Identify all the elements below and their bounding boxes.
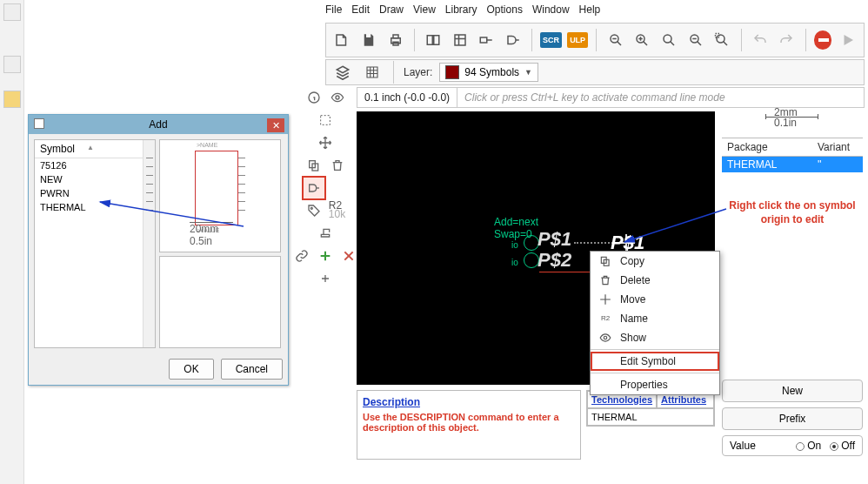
book-icon[interactable] <box>423 29 444 51</box>
copy-icon <box>598 255 613 267</box>
command-line[interactable]: Click or press Ctrl+L key to activate co… <box>457 91 864 104</box>
schematic-icon[interactable] <box>476 29 497 51</box>
menu-file[interactable]: File <box>325 3 342 16</box>
scrollbar[interactable] <box>143 140 155 347</box>
toolbar-separator <box>596 29 597 51</box>
description-heading[interactable]: Description <box>363 396 420 408</box>
ulp-button[interactable]: ULP <box>567 32 589 48</box>
variant-col[interactable]: Variant <box>812 138 863 156</box>
menu-bar: File Edit Draw View Library Options Wind… <box>325 3 600 16</box>
move-icon[interactable] <box>315 132 336 153</box>
context-menu: Copy Delete Move R2 Name Show Edit Symbo… <box>590 251 720 395</box>
undo-icon[interactable] <box>749 29 771 51</box>
copy-icon[interactable] <box>304 155 324 176</box>
new-button[interactable]: New <box>722 380 863 402</box>
layers-icon[interactable] <box>331 61 354 84</box>
value-label: Value <box>730 440 756 452</box>
ctx-delete[interactable]: Delete <box>591 271 719 290</box>
cancel-button[interactable]: Cancel <box>221 359 283 380</box>
list-item[interactable]: 75126 <box>35 158 155 172</box>
ctx-copy-label: Copy <box>620 255 644 267</box>
run-icon[interactable] <box>837 29 858 51</box>
package-row-selected[interactable]: THERMAL '' <box>722 157 863 172</box>
list-item[interactable]: PWRN <box>35 186 155 200</box>
plus-icon[interactable] <box>315 245 336 266</box>
zoom-fit-icon[interactable] <box>658 29 680 51</box>
ctx-edit-label: Edit Symbol <box>620 355 676 367</box>
value-on-radio[interactable] <box>796 442 805 451</box>
value-on-label: On <box>807 440 821 452</box>
menu-window[interactable]: Window <box>532 3 570 16</box>
annotation-note: Right click the on symbol origin to edit <box>722 198 863 226</box>
ruler: 2mm 0.1in <box>722 111 863 138</box>
coordinates: 0.1 inch (-0.0 -0.0) <box>357 88 457 107</box>
menu-draw[interactable]: Draw <box>379 3 404 16</box>
menu-library[interactable]: Library <box>445 3 477 16</box>
zoom-redraw-icon[interactable] <box>684 29 706 51</box>
menu-options[interactable]: Options <box>487 3 523 16</box>
ctx-show-label: Show <box>620 332 646 344</box>
layer-select[interactable]: 94 Symbols ▼ <box>439 63 538 82</box>
canvas-pin-name: P$1 <box>537 228 571 251</box>
layer-toolbar: Layer: 94 Symbols ▼ <box>325 59 865 85</box>
zoom-in-icon[interactable] <box>631 29 653 51</box>
trash-icon[interactable] <box>327 155 348 176</box>
redo-icon[interactable] <box>776 29 798 51</box>
scr-button[interactable]: SCR <box>540 32 562 48</box>
manage-icon[interactable] <box>450 29 471 51</box>
gutter-block <box>3 56 21 73</box>
ok-button[interactable]: OK <box>169 359 213 380</box>
zoom-out-icon[interactable] <box>604 29 626 51</box>
package-col[interactable]: Package <box>722 138 812 156</box>
canvas-add-label: Add=next <box>494 216 538 228</box>
gutter-block <box>3 91 21 108</box>
svg-point-12 <box>336 96 339 99</box>
ctx-properties[interactable]: Properties <box>591 375 719 394</box>
value-toggle: Value On Off <box>722 435 863 456</box>
save-icon[interactable] <box>358 29 380 51</box>
value-off-radio[interactable] <box>830 442 838 451</box>
symbol-list-header[interactable]: Symbol▲ <box>35 140 155 158</box>
select-icon[interactable] <box>315 110 336 131</box>
dialog-icon <box>34 118 44 129</box>
plus-small-icon[interactable] <box>315 268 336 289</box>
add-part-icon[interactable] <box>304 178 324 198</box>
name-tool-icon[interactable]: R210k <box>327 200 348 221</box>
menu-edit[interactable]: Edit <box>351 3 370 16</box>
eye-icon[interactable] <box>327 87 348 108</box>
dialog-titlebar[interactable]: Add ✕ <box>29 115 288 134</box>
info-icon[interactable] <box>304 87 324 108</box>
move-icon <box>598 293 613 306</box>
symbol-list[interactable]: Symbol▲ 75126 NEW PWRN THERMAL <box>34 139 156 348</box>
menu-help[interactable]: Help <box>579 3 601 16</box>
ctx-copy[interactable]: Copy <box>591 252 719 271</box>
ctx-move-label: Move <box>620 293 645 306</box>
ctx-move[interactable]: Move <box>591 290 719 309</box>
open-icon[interactable] <box>331 29 353 51</box>
preview-ruler: 20mm0.5in <box>190 222 250 247</box>
print-icon[interactable] <box>384 29 406 51</box>
stop-icon[interactable] <box>814 30 832 50</box>
tech-row[interactable]: THERMAL <box>587 408 714 426</box>
link-icon[interactable] <box>291 245 312 266</box>
zoom-select-icon[interactable] <box>711 29 733 51</box>
list-item[interactable]: THERMAL <box>35 200 155 214</box>
ctx-edit-symbol[interactable]: Edit Symbol <box>591 352 719 371</box>
close-icon[interactable]: ✕ <box>267 118 284 132</box>
trash-icon <box>598 274 613 286</box>
gutter-block <box>3 3 21 21</box>
ctx-show[interactable]: Show <box>591 328 719 347</box>
canvas-io-label: io <box>511 258 518 267</box>
list-item[interactable]: NEW <box>35 172 155 186</box>
ctx-name[interactable]: R2 Name <box>591 309 719 328</box>
paint-icon[interactable] <box>315 223 336 244</box>
package-name: THERMAL <box>722 157 812 172</box>
toolbar-separator <box>531 29 532 51</box>
tag-icon[interactable] <box>304 200 324 221</box>
gate-icon[interactable] <box>503 29 524 51</box>
grid-icon[interactable] <box>361 61 384 84</box>
eye-icon <box>598 332 613 344</box>
menu-view[interactable]: View <box>413 3 436 16</box>
prefix-button[interactable]: Prefix <box>722 407 863 430</box>
name-icon: R2 <box>598 315 613 322</box>
